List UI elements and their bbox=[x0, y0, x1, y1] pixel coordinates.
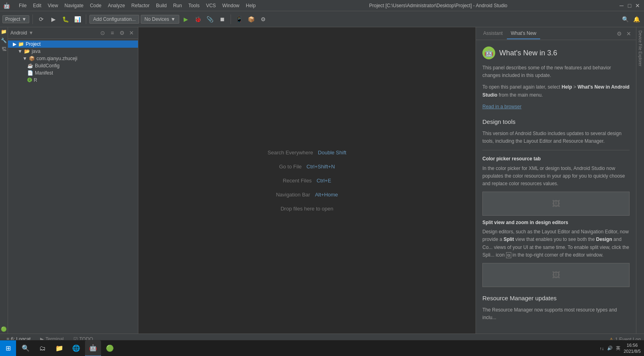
tray-volume-icon[interactable]: 🔊 bbox=[607, 346, 613, 351]
read-in-browser-link[interactable]: Read in a browser bbox=[482, 104, 521, 109]
stop-btn[interactable]: ⏹ bbox=[217, 14, 227, 24]
maximize-button[interactable]: □ bbox=[626, 2, 633, 9]
whats-new-ref: What's New in Android Studio bbox=[482, 84, 630, 97]
project-label: Project bbox=[5, 16, 20, 22]
image-icon-2: 🖼 bbox=[552, 269, 560, 281]
add-configuration-button[interactable]: Add Configuration... bbox=[89, 15, 139, 24]
java-arrow-icon: ▼ bbox=[18, 49, 22, 54]
design-tools-body: This version of Android Studio includes … bbox=[482, 130, 630, 145]
notifications-btn[interactable]: 🔔 bbox=[631, 14, 642, 24]
avd-manager-btn[interactable]: 📱 bbox=[234, 14, 245, 24]
shortcut-key-recent[interactable]: Ctrl+E bbox=[316, 178, 331, 184]
tree-item-package[interactable]: ▼ 📦 com.qianyu.zhuceji bbox=[8, 55, 138, 62]
whats-new-content[interactable]: 🤖 What's New in 3.6 This panel describes… bbox=[476, 40, 636, 334]
intro-text-1: This panel describes some of the new fea… bbox=[482, 64, 630, 79]
project-selector[interactable]: Project ▼ bbox=[2, 15, 29, 23]
menu-navigate[interactable]: Navigate bbox=[62, 2, 86, 9]
debug-app-btn[interactable]: 🐞 bbox=[193, 14, 203, 24]
toolbar-sync-btn[interactable]: ⟳ bbox=[36, 14, 47, 24]
panel-title-row: Android ▼ bbox=[10, 30, 33, 36]
image-icon: 🖼 bbox=[552, 197, 560, 210]
tree-item-project-label: Project bbox=[26, 41, 41, 47]
panel-dropdown-icon[interactable]: ▼ bbox=[28, 30, 33, 36]
menu-view[interactable]: View bbox=[45, 2, 61, 9]
left-panel-icon-2[interactable]: 🔧 bbox=[0, 36, 8, 45]
settings-panel-btn[interactable]: ⚙ bbox=[118, 29, 126, 37]
main-toolbar: Project ▼ ⟳ ▶ 🐛 📊 Add Configuration... N… bbox=[0, 11, 644, 27]
menu-code[interactable]: Code bbox=[87, 2, 104, 9]
close-panel-btn[interactable]: ✕ bbox=[128, 29, 136, 37]
menu-tools[interactable]: Tools bbox=[186, 2, 202, 9]
tab-whats-new[interactable]: What's New bbox=[507, 28, 541, 39]
tab-assistant[interactable]: Assistant bbox=[479, 28, 507, 39]
tree-item-manifest[interactable]: 📄 Manifest bbox=[8, 69, 138, 77]
tray-lang-indicator[interactable]: 英 bbox=[616, 345, 620, 351]
taskbar-edge[interactable]: 🌐 bbox=[68, 340, 84, 356]
taskbar-app-2[interactable]: 🟢 bbox=[102, 340, 118, 356]
tree-item-buildconfig-label: BuildConfig bbox=[35, 63, 59, 69]
menu-bar: File Edit View Navigate Code Analyze Ref… bbox=[16, 2, 258, 9]
drop-files-row: Drop files here to open bbox=[281, 206, 334, 212]
device-file-explorer-label[interactable]: Device File Explorer bbox=[637, 27, 643, 69]
collapse-btn[interactable]: ≡ bbox=[108, 29, 116, 37]
menu-help[interactable]: Help bbox=[243, 2, 258, 9]
resource-manager-title: Resource Manager updates bbox=[482, 293, 630, 303]
sdk-manager-btn[interactable]: 📦 bbox=[246, 14, 257, 24]
menu-build[interactable]: Build bbox=[154, 2, 169, 9]
minimize-button[interactable]: ─ bbox=[618, 2, 625, 9]
tree-item-java[interactable]: ▼ 📂 java bbox=[8, 48, 138, 55]
left-panel-icon-4[interactable]: 🟢 bbox=[0, 325, 8, 334]
menu-refactor[interactable]: Refactor bbox=[129, 2, 152, 9]
menu-run[interactable]: Run bbox=[171, 2, 184, 9]
project-tree: ▶ 📁 Project ▼ 📂 java ▼ 📦 com.qianyu.zhuc… bbox=[8, 39, 138, 334]
project-panel: Android ▼ ⊙ ≡ ⚙ ✕ ▶ 📁 Project ▼ 📂 java bbox=[8, 27, 138, 334]
menu-edit[interactable]: Edit bbox=[30, 2, 44, 9]
left-side-panels: 📁 🔧 🏗 🟢 bbox=[0, 27, 8, 334]
tree-item-r[interactable]: 🅡 R bbox=[8, 77, 138, 84]
taskbar-android-studio[interactable]: 🤖 bbox=[85, 340, 101, 356]
toolbar-right: 🔍 🔔 bbox=[620, 14, 642, 24]
close-button[interactable]: ✕ bbox=[634, 2, 641, 9]
project-dropdown-arrow: ▼ bbox=[22, 16, 26, 22]
manifest-icon: 📄 bbox=[27, 70, 33, 76]
divider-1 bbox=[482, 150, 630, 150]
taskbar-files[interactable]: 📁 bbox=[51, 340, 67, 356]
no-devices-dropdown[interactable]: No Devices ▼ bbox=[141, 15, 179, 24]
resource-manager-icon[interactable]: 📁 bbox=[0, 27, 8, 36]
tree-item-buildconfig[interactable]: ☕ BuildConfig bbox=[8, 62, 138, 69]
taskbar-taskview[interactable]: 🗂 bbox=[34, 340, 51, 356]
system-clock[interactable]: 16:56 2021/8/5 bbox=[624, 342, 641, 354]
tray-network-icon[interactable]: ↑↓ bbox=[599, 346, 604, 351]
tree-item-java-label: java bbox=[32, 49, 41, 54]
menu-file[interactable]: File bbox=[16, 2, 29, 9]
shortcut-key-gotofile[interactable]: Ctrl+Shift+N bbox=[306, 164, 335, 170]
shortcut-row-gotofile: Go to File Ctrl+Shift+N bbox=[279, 164, 335, 170]
settings-btn[interactable]: ⚙ bbox=[258, 14, 269, 24]
color-picker-body: In the color picker for XML or design to… bbox=[482, 165, 630, 188]
right-panel-close-btn[interactable]: ✕ bbox=[625, 30, 633, 38]
shortcut-key-nav[interactable]: Alt+Home bbox=[315, 192, 338, 198]
taskbar-search[interactable]: 🔍 bbox=[18, 340, 34, 356]
scope-btn[interactable]: ⊙ bbox=[99, 29, 107, 37]
split-keyword: Split bbox=[504, 237, 514, 242]
attach-debugger-btn[interactable]: 📎 bbox=[205, 14, 215, 24]
split-view-title: Split view and zoom in design editors bbox=[482, 220, 568, 225]
toolbar-profile-btn[interactable]: 📊 bbox=[72, 14, 83, 24]
search-everywhere-btn[interactable]: 🔍 bbox=[620, 14, 630, 24]
menu-vcs[interactable]: VCS bbox=[204, 2, 219, 9]
shortcut-key-search[interactable]: Double Shift bbox=[318, 150, 346, 156]
toolbar-run-btn[interactable]: ▶ bbox=[48, 14, 59, 24]
taskbar-app2-icon: 🟢 bbox=[106, 344, 114, 352]
run-app-btn[interactable]: ▶ bbox=[181, 14, 191, 24]
right-panel-settings-btn[interactable]: ⚙ bbox=[615, 30, 623, 38]
shortcut-row-search: Search Everywhere Double Shift bbox=[267, 150, 346, 156]
toolbar-debug-btn[interactable]: 🐛 bbox=[60, 14, 71, 24]
menu-window[interactable]: Window bbox=[220, 2, 242, 9]
menu-analyze[interactable]: Analyze bbox=[105, 2, 128, 9]
left-panel-icon-3[interactable]: 🏗 bbox=[0, 45, 8, 54]
start-button[interactable]: ⊞ bbox=[0, 340, 16, 356]
tree-item-project[interactable]: ▶ 📁 Project bbox=[8, 40, 138, 48]
toolbar-separator-2 bbox=[86, 14, 86, 24]
tree-item-package-label: com.qianyu.zhuceji bbox=[36, 56, 77, 61]
buildconfig-icon: ☕ bbox=[27, 63, 33, 69]
